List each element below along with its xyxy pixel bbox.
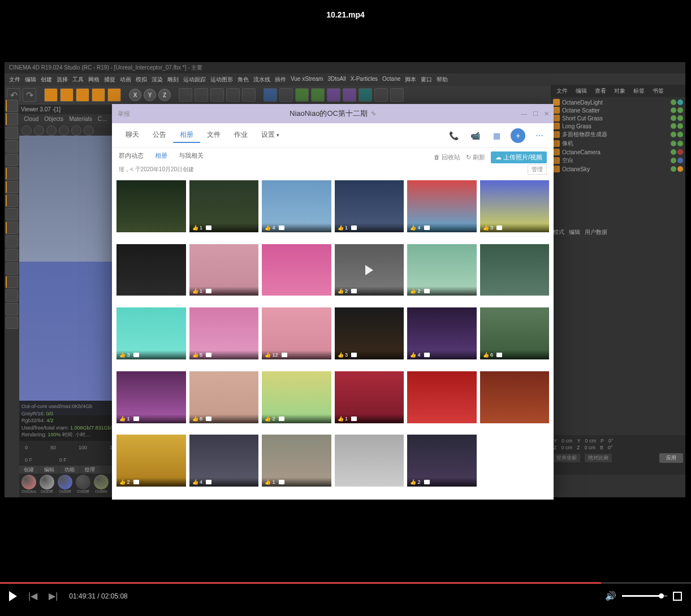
rotate-tool[interactable] <box>76 88 89 102</box>
menu-item[interactable]: Octane <box>382 76 400 84</box>
scale-tool[interactable] <box>60 88 74 102</box>
tool-button[interactable] <box>226 88 240 102</box>
gallery-item[interactable] <box>116 180 186 232</box>
tool-button[interactable] <box>279 88 293 102</box>
material-tabs[interactable]: 创建编辑功能纹理 <box>19 466 100 474</box>
tool-button[interactable] <box>311 88 325 102</box>
gallery-item[interactable]: 👍 6 <box>480 307 550 359</box>
panel-tab[interactable]: 编辑 <box>572 86 590 96</box>
panel-tab[interactable]: 标签 <box>630 86 648 96</box>
gallery-item[interactable]: 👍 4 <box>262 180 331 232</box>
mode-button[interactable] <box>6 154 18 166</box>
lv-menu-item[interactable]: Cloud <box>24 116 38 122</box>
dialog-tab[interactable]: 设置 ▾ <box>254 128 286 143</box>
tool-button[interactable] <box>295 88 309 102</box>
dialog-subtab[interactable]: 相册 <box>155 151 167 160</box>
gallery-item[interactable]: 👍 12 <box>262 307 331 359</box>
menu-item[interactable]: 窗口 <box>421 76 432 84</box>
gallery-item[interactable]: 👍 1 <box>189 244 259 296</box>
dialog-tab[interactable]: 作业 <box>227 128 254 143</box>
gallery-item[interactable]: 👍 2 <box>407 435 477 487</box>
menu-item[interactable]: 文件 <box>9 76 20 84</box>
volume-icon[interactable]: 🔊 <box>605 591 616 601</box>
menu-item[interactable]: 网格 <box>88 76 100 84</box>
dialog-tab[interactable]: 相册 <box>173 128 200 143</box>
mat-tab[interactable]: 功能 <box>60 466 79 474</box>
material-slot[interactable]: OctMix <box>93 475 110 495</box>
tool-button[interactable] <box>242 88 256 102</box>
menu-item[interactable]: 3DtoAll <box>327 76 345 84</box>
attr-tabs[interactable]: 模式编辑用户数据 <box>551 226 685 238</box>
menu-item[interactable]: 帮助 <box>437 76 448 84</box>
tool-button[interactable] <box>343 88 356 102</box>
mode-button[interactable] <box>6 208 18 220</box>
mode-button[interactable] <box>6 222 18 234</box>
dialog-tab[interactable]: 聊天 <box>119 128 146 143</box>
panel-tab[interactable]: 书签 <box>649 86 667 96</box>
gallery-item[interactable] <box>480 244 550 296</box>
gallery-item[interactable]: 👍 1 <box>262 435 331 487</box>
next-button[interactable]: ▶| <box>49 591 58 601</box>
gallery-item[interactable]: 👍 2 <box>262 371 331 423</box>
c4d-menubar[interactable]: 文件编辑创建选择工具网格捕捉动画模拟渲染雕刻运动跟踪运动图形角色流水线插件Vue… <box>5 73 685 86</box>
play-button[interactable] <box>9 591 17 601</box>
mode-button[interactable] <box>6 303 18 315</box>
lv-menu-item[interactable]: C… <box>98 116 107 122</box>
menu-item[interactable]: 选择 <box>57 76 68 84</box>
fullscreen-button[interactable] <box>673 592 682 601</box>
manage-button[interactable]: 管理 <box>528 164 547 175</box>
dialog-subtab[interactable]: 群内动态 <box>119 151 144 160</box>
coord-dropdown[interactable]: 世界坐标 <box>553 454 580 462</box>
dialog-subtab[interactable]: 与我相关 <box>179 151 204 160</box>
tool-button[interactable] <box>179 88 192 102</box>
gallery-item[interactable]: 👍 3 <box>480 180 550 232</box>
material-slot[interactable]: OctDiff <box>38 475 55 495</box>
gallery-item[interactable] <box>335 435 404 487</box>
material-slot[interactable]: OctDiff <box>57 475 74 495</box>
gallery-item[interactable]: 👍 2 <box>116 435 186 487</box>
tool-button[interactable] <box>374 88 388 102</box>
panel-tabs[interactable]: 文件编辑查看对象标签书签 <box>551 85 685 97</box>
gallery-item[interactable]: 👍 8 <box>189 371 259 423</box>
mode-button[interactable] <box>6 316 18 329</box>
tree-item[interactable]: Octane Scatter <box>552 106 684 114</box>
more-icon[interactable]: ⋯ <box>532 128 547 143</box>
gallery-item[interactable]: 👍 3 <box>116 307 186 359</box>
menu-item[interactable]: 渲染 <box>152 76 163 84</box>
dialog-tab[interactable]: 公告 <box>146 128 173 143</box>
panel-tab[interactable]: 对象 <box>611 86 629 96</box>
menu-item[interactable]: 运动跟踪 <box>183 76 206 84</box>
menu-item[interactable]: X-Particles <box>351 76 378 84</box>
tree-item[interactable]: OctaneCamera <box>552 148 684 156</box>
apply-button[interactable]: 应用 <box>659 453 683 463</box>
menu-item[interactable]: 角色 <box>237 76 249 84</box>
mode-button[interactable] <box>6 249 18 261</box>
y-axis-toggle[interactable]: Y <box>144 89 156 101</box>
gallery-item[interactable] <box>480 371 550 423</box>
material-slot[interactable]: OctGlos <box>20 475 37 495</box>
mat-tab[interactable]: 创建 <box>19 466 38 474</box>
scene-tree[interactable]: OctaneDayLightOctane ScatterShort Cut Gr… <box>551 97 685 174</box>
mode-button[interactable] <box>6 262 18 275</box>
panel-tab[interactable]: 文件 <box>553 86 571 96</box>
menu-item[interactable]: 动画 <box>120 76 131 84</box>
tool-button[interactable] <box>359 88 372 102</box>
gallery-item[interactable]: 👍 4 <box>189 435 259 487</box>
gallery-item[interactable]: 👍 1 <box>335 371 404 423</box>
tool-button[interactable] <box>327 88 340 102</box>
progress-bar[interactable] <box>0 582 691 584</box>
volume-slider[interactable] <box>622 595 667 597</box>
mode-button[interactable] <box>6 289 18 302</box>
plus-icon[interactable]: + <box>511 128 525 143</box>
tree-item[interactable]: OctaneDayLight <box>552 98 684 106</box>
menu-item[interactable]: Vue xStream <box>291 76 323 84</box>
attr-tab[interactable]: 编辑 <box>569 228 580 236</box>
lv-button[interactable] <box>84 125 94 136</box>
gallery-item[interactable]: 👍 4 <box>407 307 477 359</box>
lv-button[interactable] <box>71 125 81 136</box>
gallery-item[interactable]: 👍 2 <box>335 244 404 296</box>
gallery-item[interactable] <box>262 244 331 296</box>
attr-tab[interactable]: 用户数据 <box>585 228 607 236</box>
lv-menu-item[interactable]: Materials <box>69 116 92 122</box>
menu-item[interactable]: 插件 <box>275 76 286 84</box>
